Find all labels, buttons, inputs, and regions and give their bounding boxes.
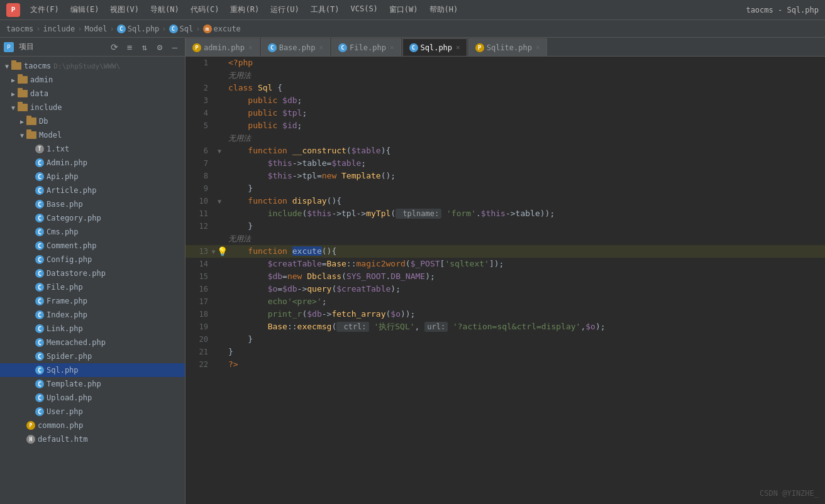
tree-item-label: User.php [47,407,83,416]
folder-icon [11,62,21,70]
method-icon: m [203,25,212,33]
tree-model[interactable]: ▼ Model [0,128,185,142]
fold-icon[interactable]: ▼ [218,198,221,205]
bc-sql[interactable]: Sql [180,25,194,33]
collapse-icon[interactable]: ≡ [123,41,136,53]
tree-admin-php[interactable]: C Admin.php [0,156,185,170]
tree-template-php[interactable]: C Template.php [0,377,185,391]
tree-sql-php[interactable]: C Sql.php [0,363,185,377]
menu-navigate[interactable]: 导航(N) [145,3,184,17]
code-editor[interactable]: 1 <?php 无用法 2 class Sql { 3 public $db; [185,57,825,504]
sidebar-toolbar: P 项目 ⟳ ≡ ⇅ ⚙ — [0,38,185,57]
tab-close-admin[interactable]: × [248,43,253,52]
menu-vcs[interactable]: VCS(S) [346,3,383,17]
tree-item-label: Base.php [47,200,83,209]
bc-taocms[interactable]: taocms [6,25,33,33]
tab-label: admin.php [204,43,245,52]
tree-spider-php[interactable]: C Spider.php [0,349,185,363]
tree-upload-php[interactable]: C Upload.php [0,391,185,405]
tab-sql-php[interactable]: C Sql.php × [402,38,467,56]
tabs-bar: P admin.php × C Base.php × C File.php × … [185,38,825,57]
php-icon: C [35,255,44,264]
tree-item-label: Memcached.php [47,338,106,347]
tree-category-php[interactable]: C Category.php [0,211,185,225]
tree-cms-php[interactable]: C Cms.php [0,225,185,239]
menu-code[interactable]: 代码(C) [185,3,224,17]
bc-include[interactable]: include [43,25,75,33]
tree-file-php[interactable]: C File.php [0,280,185,294]
tab-admin-php[interactable]: P admin.php × [185,38,260,56]
tree-frame-php[interactable]: C Frame.php [0,294,185,308]
tree-item-label: Link.php [47,324,83,333]
menu-run[interactable]: 运行(U) [265,3,304,17]
sync-icon[interactable]: ⟳ [108,41,121,53]
tree-root[interactable]: ▼ taocms D:\phpStudy\WWW\ [0,59,185,73]
tree-user-php[interactable]: C User.php [0,405,185,419]
folder-icon [26,131,36,139]
code-line-1: 1 <?php [185,57,825,69]
tree-item-label: admin [30,75,53,84]
tree-base-php[interactable]: C Base.php [0,197,185,211]
tree-item-label: default.htm [38,435,87,444]
tree-memcached-php[interactable]: C Memcached.php [0,336,185,349]
tree-item-label: common.php [38,421,83,430]
settings-icon[interactable]: ⚙ [153,41,166,53]
php-icon: C [35,407,44,416]
tree-api-php[interactable]: C Api.php [0,170,185,184]
tab-sqlite-php[interactable]: P Sqlite.php × [468,38,547,56]
tree-item-label: taocms [24,62,51,70]
menu-refactor[interactable]: 重构(R) [225,3,264,17]
hint-unusable-2: 无用法 [185,132,825,145]
bc-sqlphp[interactable]: Sql.php [128,25,160,33]
tree-item-label: Frame.php [47,297,87,305]
tree-data[interactable]: ▶ data [0,87,185,101]
code-line-13: 13 ▼ 💡 function excute(){ [185,245,825,258]
tab-close-sql[interactable]: × [456,43,460,52]
code-line-8: 8 $this->tpl=new Template(); [185,170,825,182]
php-icon: C [35,158,44,167]
tree-item-label: Upload.php [47,393,92,402]
tree-comment-php[interactable]: C Comment.php [0,239,185,253]
code-line-6: 6 ▼ function __construct($table){ [185,145,825,157]
tree-article-php[interactable]: C Article.php [0,184,185,197]
menu-window[interactable]: 窗口(W) [384,3,423,17]
code-line-10: 10 ▼ function display(){ [185,195,825,207]
tab-close-sqlite[interactable]: × [536,43,540,52]
tree-datastore-php[interactable]: C Datastore.php [0,266,185,280]
tree-index-php[interactable]: C Index.php [0,308,185,322]
tree-item-label: Category.php [47,214,101,222]
menu-help[interactable]: 帮助(H) [424,3,463,17]
tab-close-file[interactable]: × [390,43,394,52]
menu-tools[interactable]: 工具(T) [306,3,345,17]
minimize-icon[interactable]: — [169,41,181,53]
tree-include[interactable]: ▼ include [0,101,185,114]
app-logo: P [6,3,20,17]
tree-item-label: Article.php [47,186,96,195]
tree-default-htm[interactable]: H default.htm [0,432,185,446]
php-icon: C [35,172,44,181]
menu-view[interactable]: 视图(V) [105,3,144,17]
tree-item-label: Datastore.php [47,269,106,278]
tree-common-php[interactable]: P common.php [0,419,185,432]
sidebar-label: 项目 [16,41,106,52]
menu-edit[interactable]: 编辑(E) [65,3,104,17]
bc-excute[interactable]: excute [214,25,241,33]
fold-icon[interactable]: ▼ [218,148,221,155]
tree-link-php[interactable]: C Link.php [0,322,185,336]
code-line-12: 12 } [185,220,825,233]
tab-file-php[interactable]: C File.php × [331,38,401,56]
bc-model[interactable]: Model [84,25,107,33]
php-icon: C [35,297,44,305]
tree-db[interactable]: ▶ Db [0,114,185,128]
tab-icon-sql: C [409,43,418,52]
tree-config-php[interactable]: C Config.php [0,253,185,266]
menu-file[interactable]: 文件(F) [25,3,64,17]
tab-close-base[interactable]: × [319,43,323,52]
tree-admin[interactable]: ▶ admin [0,73,185,87]
tree-1txt[interactable]: T 1.txt [0,142,185,156]
sort-icon[interactable]: ⇅ [138,41,151,53]
fold-icon-13[interactable]: ▼ [211,248,215,255]
tree-item-label: Model [39,131,62,140]
php-icon: C [35,366,44,375]
tab-base-php[interactable]: C Base.php × [261,38,330,56]
